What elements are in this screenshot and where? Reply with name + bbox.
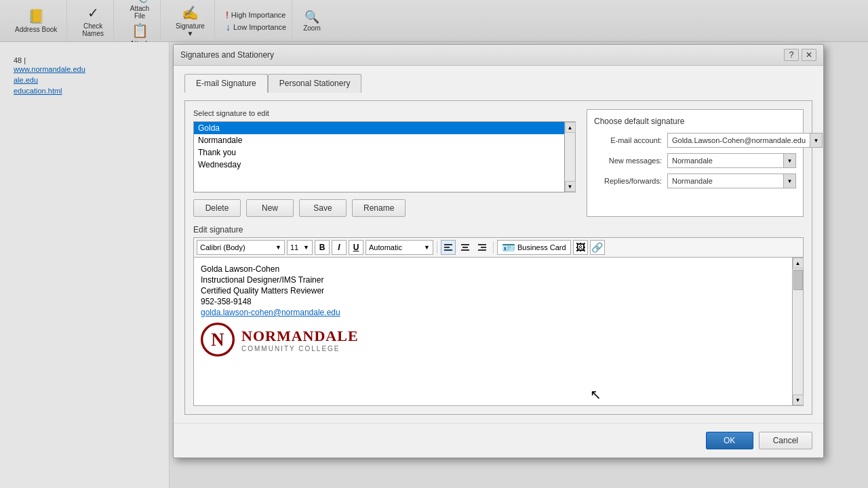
sig-text-area[interactable]: Golda Lawson-Cohen Instructional Designe… (193, 257, 793, 406)
tab-content: Select signature to edit Golda Normandal… (184, 100, 812, 415)
dialog-controls: ? ✕ (784, 49, 816, 61)
svg-rect-0 (444, 244, 452, 245)
signatures-dialog: Signatures and Stationery ? ✕ E-mail Sig… (173, 44, 824, 458)
edit-sig-label: Edit signature (193, 225, 804, 235)
sig-item-normandale[interactable]: Normandale (194, 134, 564, 146)
sig-certification: Certified Quality Matters Reviewer (201, 286, 785, 296)
new-messages-row: New messages: Normandale ▼ (594, 153, 796, 168)
new-messages-arrow[interactable]: ▼ (783, 154, 795, 167)
email-account-arrow[interactable]: ▼ (810, 134, 822, 147)
dialog-title: Signatures and Stationery (180, 50, 274, 60)
font-selector[interactable]: Calibri (Body) ▼ (197, 240, 285, 255)
sig-full-name: Golda Lawson-Cohen (201, 264, 785, 274)
dialog-bottom: OK Cancel (174, 423, 823, 458)
business-card-button[interactable]: 🪪 Business Card (497, 240, 571, 255)
align-right-icon (477, 243, 487, 252)
italic-button[interactable]: I (332, 240, 347, 255)
sig-text-scroll-thumb (793, 270, 803, 290)
insert-hyperlink-button[interactable]: 🔗 (590, 240, 605, 255)
tab-personal-stationery[interactable]: Personal Stationery (268, 74, 362, 93)
align-right-button[interactable] (475, 240, 490, 255)
replies-label: Replies/forwards: (594, 177, 662, 185)
dialog-help-button[interactable]: ? (784, 49, 799, 61)
size-value: 11 (290, 243, 298, 251)
bold-button[interactable]: B (315, 240, 330, 255)
svg-rect-4 (462, 247, 468, 248)
sig-list: Golda Normandale Thank you Wednesday (194, 122, 564, 171)
new-button[interactable]: New (246, 199, 294, 217)
action-buttons: Delete New Save Rename (193, 199, 576, 217)
color-arrow-icon: ▼ (424, 244, 430, 251)
sig-phone: 952-358-9148 (201, 297, 785, 306)
normandale-logo: N NORMANDALE COMMUNITY COLLEGE (201, 323, 785, 357)
color-selector-content: Automatic ▼ (368, 243, 431, 251)
svg-rect-1 (444, 247, 450, 248)
sig-list-container[interactable]: Golda Normandale Thank you Wednesday (193, 121, 565, 192)
sig-text-scroll-down[interactable]: ▼ (793, 394, 804, 405)
align-left-button[interactable] (441, 240, 456, 255)
main-layout: Select signature to edit Golda Normandal… (193, 109, 804, 217)
cancel-button[interactable]: Cancel (759, 432, 812, 449)
new-messages-value: Normandale (668, 155, 783, 166)
svg-rect-6 (478, 244, 486, 245)
size-selector[interactable]: 11 ▼ (287, 240, 313, 255)
normandale-subtitle: COMMUNITY COLLEGE (241, 345, 359, 352)
replies-dropdown[interactable]: Normandale ▼ (667, 174, 796, 188)
dialog-close-button[interactable]: ✕ (802, 49, 816, 61)
business-card-icon: 🪪 (502, 241, 515, 254)
color-value: Automatic (369, 243, 402, 251)
normandale-logo-icon: N (201, 323, 235, 357)
replies-value: Normandale (668, 176, 783, 186)
new-messages-label: New messages: (594, 157, 662, 165)
normandale-name: NORMANDALE (241, 327, 359, 345)
save-button[interactable]: Save (299, 199, 347, 217)
size-selector-content: 11 ▼ (289, 243, 311, 251)
sig-list-scroll-down[interactable]: ▼ (565, 181, 576, 192)
sig-text-scroll-track (793, 268, 803, 394)
sig-list-scrollbar: ▲ ▼ (565, 121, 576, 192)
sig-text-scrollbar: ▲ ▼ (793, 257, 804, 406)
business-card-label: Business Card (517, 243, 566, 251)
sig-email[interactable]: golda.lawson-cohen@normandale.edu (201, 308, 785, 317)
format-toolbar: Calibri (Body) ▼ 11 ▼ B I U (193, 237, 804, 257)
select-sig-label: Select signature to edit (193, 109, 576, 117)
toolbar-sep-1 (437, 241, 437, 253)
font-value: Calibri (Body) (200, 243, 245, 251)
insert-image-button[interactable]: 🖼 (573, 240, 588, 255)
font-selector-content: Calibri (Body) ▼ (199, 243, 283, 251)
underline-button[interactable]: U (349, 240, 363, 255)
sig-text-area-wrapper: Golda Lawson-Cohen Instructional Designe… (193, 257, 804, 406)
default-sig-section: Choose default signature E-mail account:… (587, 109, 804, 217)
svg-rect-7 (481, 247, 486, 248)
ok-button[interactable]: OK (706, 432, 753, 449)
email-account-value: Golda.Lawson-Cohen@normandale.edu (668, 135, 810, 146)
new-messages-dropdown[interactable]: Normandale ▼ (667, 153, 796, 168)
toolbar-sep-2 (493, 241, 494, 253)
email-account-label: E-mail account: (594, 136, 662, 144)
size-arrow-icon: ▼ (303, 244, 309, 251)
color-selector[interactable]: Automatic ▼ (366, 240, 433, 255)
sig-job-title: Instructional Designer/IMS Trainer (201, 275, 785, 285)
sig-item-golda[interactable]: Golda (194, 122, 564, 134)
dialog-title-bar: Signatures and Stationery ? ✕ (174, 45, 823, 66)
tab-email-signature[interactable]: E-mail Signature (184, 74, 268, 93)
sig-list-scroll-track (565, 133, 575, 181)
tab-bar: E-mail Signature Personal Stationery (184, 74, 812, 93)
email-account-dropdown[interactable]: Golda.Lawson-Cohen@normandale.edu ▼ (667, 133, 823, 148)
svg-rect-5 (461, 249, 469, 251)
sig-item-wednesday[interactable]: Wednesday (194, 159, 564, 171)
sig-list-wrapper: Golda Normandale Thank you Wednesday ▲ ▼ (193, 121, 576, 192)
svg-rect-3 (461, 244, 469, 245)
email-account-row: E-mail account: Golda.Lawson-Cohen@norma… (594, 133, 796, 148)
svg-rect-8 (478, 249, 486, 251)
align-center-button[interactable] (458, 240, 473, 255)
sig-item-thankyou[interactable]: Thank you (194, 146, 564, 159)
default-sig-title: Choose default signature (594, 117, 796, 126)
delete-button[interactable]: Delete (193, 199, 241, 217)
replies-arrow[interactable]: ▼ (783, 174, 795, 188)
rename-button[interactable]: Rename (352, 199, 406, 217)
sig-list-scroll-up[interactable]: ▲ (565, 122, 576, 133)
align-left-icon (443, 243, 453, 252)
replies-row: Replies/forwards: Normandale ▼ (594, 174, 796, 188)
sig-text-scroll-up[interactable]: ▲ (793, 258, 804, 268)
